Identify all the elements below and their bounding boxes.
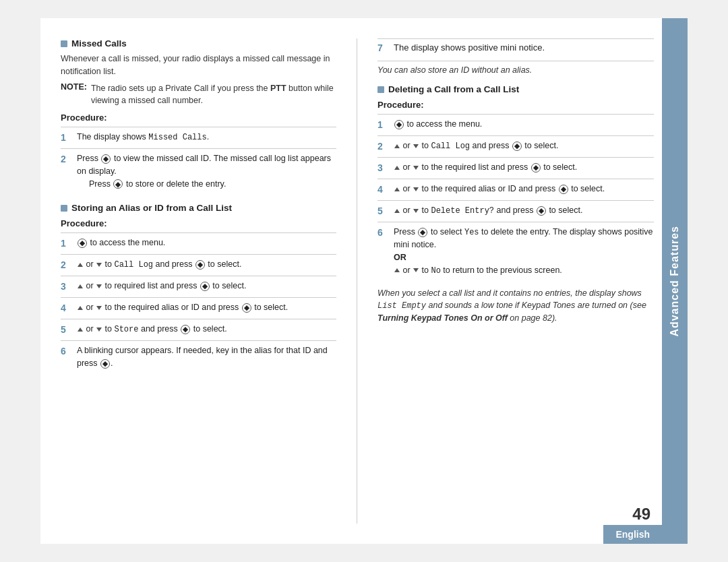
ptt-label: PTT	[270, 84, 286, 93]
arrow-down-icon	[413, 187, 419, 191]
missed-calls-steps: 1 The display shows Missed Calls. 2 Pres…	[61, 127, 336, 193]
arrow-down-icon	[413, 209, 419, 213]
step-item: 6 A blinking cursor appears. If needed, …	[61, 340, 336, 373]
arrow-up-icon	[78, 263, 83, 267]
step7: 7 The display shows positive mini notice…	[377, 38, 654, 57]
select-icon: ◆	[418, 228, 427, 237]
bullet-icon	[61, 205, 67, 212]
select-icon: ◆	[559, 185, 568, 194]
english-badge: English	[603, 525, 662, 544]
arrow-up-icon	[394, 144, 400, 148]
arrow-down-icon	[96, 306, 102, 310]
storing-alias-title: Storing an Alias or ID from a Call List	[61, 203, 336, 213]
step-item: 2 or to Call Log and press ◆ to select.	[61, 254, 336, 276]
step-item: 1 ◆ to access the menu.	[61, 232, 336, 254]
step-item: 6 Press ◆ to select Yes to delete the en…	[377, 222, 654, 280]
menu-icon: ◆	[394, 120, 404, 129]
arrow-down-icon	[96, 263, 102, 267]
deleting-call-section: Deleting a Call from a Call List Procedu…	[377, 84, 654, 280]
step-item: 1 ◆ to access the menu.	[377, 114, 654, 135]
select-icon: ◆	[195, 260, 205, 270]
arrow-up-icon	[78, 306, 83, 310]
page-number: 49	[632, 505, 650, 524]
select-icon: ◆	[181, 325, 190, 334]
procedure-label-3: Procedure:	[377, 100, 654, 110]
menu-icon: ◆	[113, 179, 123, 189]
select-icon: ◆	[537, 206, 546, 216]
step-item: 5 or to Delete Entry? and press ◆ to sel…	[377, 200, 654, 222]
storing-alias-steps: 1 ◆ to access the menu. 2 or to Call Log…	[61, 232, 336, 373]
note-text: The radio sets up a Private Call if you …	[91, 82, 336, 108]
procedure-label-1: Procedure:	[61, 113, 336, 123]
missed-calls-section: Missed Calls Whenever a call is missed, …	[61, 38, 336, 193]
arrow-down-icon	[413, 268, 419, 272]
menu-icon: ◆	[78, 239, 87, 248]
arrow-down-icon	[413, 166, 419, 170]
arrow-up-icon	[394, 166, 400, 170]
arrow-up-icon	[394, 268, 400, 272]
storing-alias-section: Storing an Alias or ID from a Call List …	[61, 203, 336, 373]
page: Missed Calls Whenever a call is missed, …	[40, 18, 688, 544]
bullet-icon	[377, 86, 384, 93]
step-item: 5 or to Store and press ◆ to select.	[61, 319, 336, 340]
arrow-up-icon	[78, 327, 83, 332]
bullet-icon	[61, 40, 67, 47]
ok-icon: ◆	[100, 359, 110, 369]
arrow-up-icon	[394, 187, 400, 191]
deleting-call-title: Deleting a Call from a Call List	[377, 84, 654, 94]
select-icon: ◆	[200, 282, 210, 291]
arrow-down-icon	[96, 327, 102, 332]
arrow-down-icon	[413, 144, 419, 148]
side-tab: Advanced Features	[662, 18, 688, 544]
right-column: 7 The display shows positive mini notice…	[357, 38, 667, 524]
left-column: Missed Calls Whenever a call is missed, …	[61, 38, 357, 524]
step-item: 2 Press ◆ to view the missed call ID. Th…	[61, 148, 336, 193]
italic-note: You can also store an ID without an alia…	[377, 61, 654, 75]
arrow-up-icon	[394, 209, 400, 213]
arrow-up-icon	[78, 284, 83, 288]
step-item: 4 or to the required alias or ID and pre…	[61, 297, 336, 319]
select-icon: ◆	[512, 142, 522, 151]
step-item: 4 or to the required alias or ID and pre…	[377, 179, 654, 200]
missed-calls-body: Whenever a call is missed, your radio di…	[61, 53, 336, 78]
missed-calls-title: Missed Calls	[61, 38, 336, 49]
menu-icon: ◆	[101, 154, 111, 164]
side-tab-text: Advanced Features	[669, 226, 681, 337]
step-item: 3 or to required list and press ◆ to sel…	[61, 276, 336, 297]
arrow-down-icon	[96, 284, 102, 288]
step-item: 1 The display shows Missed Calls.	[61, 127, 336, 148]
deleting-steps: 1 ◆ to access the menu. 2 or to Call Log…	[377, 114, 654, 280]
select-icon: ◆	[242, 303, 251, 313]
note-line: NOTE: The radio sets up a Private Call i…	[61, 82, 336, 108]
or-label: OR	[394, 253, 406, 262]
step-item: 3 or to the required list and press ◆ to…	[377, 157, 654, 179]
procedure-label-2: Procedure:	[61, 218, 336, 228]
step7-text: The display shows positive mini notice.	[394, 42, 654, 53]
step-item: 2 or to Call Log and press ◆ to select.	[377, 135, 654, 157]
select-icon: ◆	[531, 163, 541, 173]
bottom-note: When you select a call list and it conta…	[377, 287, 654, 325]
